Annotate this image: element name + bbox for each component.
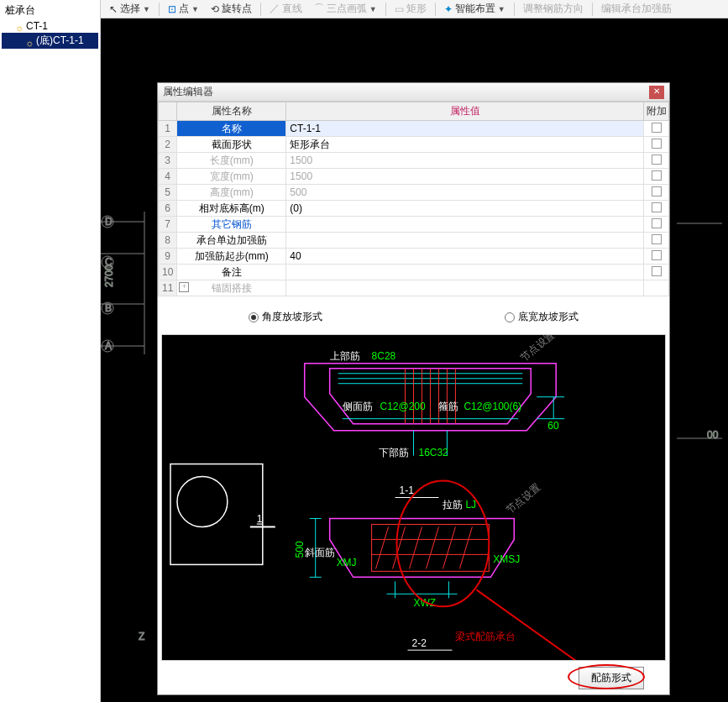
- diagram-svg: 上部筋 8C28 侧面筋 C12@200 箍筋 C12@100(6) 下部筋 1…: [162, 335, 665, 660]
- adjust-rebar-tool[interactable]: 调整钢筋方向: [518, 0, 589, 18]
- rotate-point-tool[interactable]: ⟲旋转点: [206, 0, 257, 18]
- rect-icon: ▭: [395, 3, 404, 15]
- chevron-down-icon: ▼: [498, 5, 505, 13]
- svg-text:B: B: [105, 302, 112, 314]
- tree-item-ct11[interactable]: (底)CT-1-1: [2, 33, 98, 49]
- line-tool[interactable]: ／直线: [264, 0, 307, 18]
- row-number: 5: [159, 185, 177, 201]
- property-add-checkbox[interactable]: [644, 201, 669, 217]
- property-editor-dialog: 属性编辑器 ✕ 属性名称 属性值 附加 1名称CT-1-12截面形状矩形承台3长…: [157, 82, 670, 695]
- property-add-checkbox[interactable]: [644, 233, 669, 249]
- property-value[interactable]: [286, 217, 644, 233]
- property-row[interactable]: 7其它钢筋: [159, 217, 669, 233]
- row-number: 2: [159, 137, 177, 153]
- property-add-checkbox[interactable]: [644, 169, 669, 185]
- chevron-down-icon: ▼: [143, 5, 150, 13]
- property-row[interactable]: 11锚固搭接: [159, 280, 669, 296]
- property-row[interactable]: 3长度(mm)1500: [159, 153, 669, 169]
- tree-root[interactable]: 桩承台: [2, 2, 98, 19]
- line-icon: ／: [270, 2, 280, 16]
- property-add-checkbox[interactable]: [644, 153, 669, 169]
- property-value[interactable]: [286, 233, 644, 249]
- svg-text:XMJ: XMJ: [337, 557, 357, 568]
- tree-item-label: (底)CT-1-1: [36, 34, 84, 48]
- property-value[interactable]: [286, 265, 644, 280]
- property-add-checkbox[interactable]: [644, 185, 669, 201]
- property-value[interactable]: 1500: [286, 169, 644, 185]
- tree-item-ct1[interactable]: CT-1: [2, 19, 98, 33]
- sun-icon: [25, 37, 34, 45]
- edit-strengthen-tool[interactable]: 编辑承台加强筋: [596, 0, 677, 18]
- arc-tool[interactable]: ⌒三点画弧▼: [309, 0, 382, 18]
- property-add-checkbox[interactable]: [644, 121, 669, 137]
- svg-text:拉筋: 拉筋: [443, 499, 463, 511]
- close-icon[interactable]: ✕: [649, 86, 664, 99]
- property-key: 相对底标高(m): [177, 201, 286, 217]
- property-value[interactable]: 1500: [286, 153, 644, 169]
- property-value[interactable]: 矩形承台: [286, 137, 644, 153]
- checkbox-icon: [652, 139, 662, 149]
- radio-icon: [249, 312, 259, 322]
- property-row[interactable]: 8承台单边加强筋: [159, 233, 669, 249]
- row-number: 1: [159, 121, 177, 137]
- property-add-checkbox[interactable]: [644, 280, 669, 296]
- svg-line-54: [426, 526, 438, 568]
- property-row[interactable]: 6相对底标高(m)(0): [159, 201, 669, 217]
- callout-ellipse-button: [568, 664, 645, 689]
- property-row[interactable]: 5高度(mm)500: [159, 185, 669, 201]
- property-value[interactable]: CT-1-1: [286, 121, 644, 137]
- svg-text:8C28: 8C28: [372, 350, 396, 362]
- dialog-titlebar[interactable]: 属性编辑器 ✕: [158, 83, 669, 102]
- point-icon: ⊡: [168, 3, 176, 15]
- row-number: 10: [159, 265, 177, 280]
- property-key: 其它钢筋: [177, 217, 286, 233]
- rect-tool[interactable]: ▭矩形: [390, 0, 432, 18]
- property-key: 长度(mm): [177, 153, 286, 169]
- property-row[interactable]: 4宽度(mm)1500: [159, 169, 669, 185]
- row-number: 6: [159, 201, 177, 217]
- separator: [514, 3, 515, 16]
- svg-text:节点设置: 节点设置: [504, 481, 542, 516]
- property-table: 属性名称 属性值 附加 1名称CT-1-12截面形状矩形承台3长度(mm)150…: [158, 102, 669, 296]
- separator: [260, 3, 261, 16]
- svg-line-56: [459, 526, 472, 568]
- radio-width-slope[interactable]: 底宽放坡形式: [505, 310, 579, 324]
- checkbox-icon: [652, 170, 662, 181]
- select-tool[interactable]: ↖选择▼: [104, 0, 155, 18]
- svg-text:60: 60: [547, 420, 559, 432]
- svg-text:2700: 2700: [103, 265, 115, 287]
- property-row[interactable]: 9加强筋起步(mm)40: [159, 249, 669, 265]
- row-number: 9: [159, 249, 177, 265]
- property-value[interactable]: (0): [286, 201, 644, 217]
- svg-text:1-1: 1-1: [400, 485, 415, 496]
- top-toolbar: ↖选择▼ ⊡点▼ ⟲旋转点 ／直线 ⌒三点画弧▼ ▭矩形 ✦智能布置▼ 调整钢筋…: [101, 0, 728, 18]
- property-add-checkbox[interactable]: [644, 249, 669, 265]
- row-number: 3: [159, 153, 177, 169]
- svg-text:C12@200: C12@200: [380, 401, 426, 412]
- svg-text:A: A: [105, 340, 112, 352]
- row-number: 11: [159, 280, 177, 296]
- property-row[interactable]: 2截面形状矩形承台: [159, 137, 669, 153]
- point-tool[interactable]: ⊡点▼: [163, 0, 204, 18]
- property-add-checkbox[interactable]: [644, 217, 669, 233]
- col-name: 属性名称: [177, 102, 286, 121]
- separator: [435, 3, 436, 16]
- svg-text:XMSJ: XMSJ: [493, 553, 520, 565]
- radio-angle-slope[interactable]: 角度放坡形式: [249, 310, 322, 324]
- property-key: 截面形状: [177, 137, 286, 153]
- property-value[interactable]: [286, 280, 644, 296]
- svg-rect-44: [170, 464, 263, 565]
- property-add-checkbox[interactable]: [644, 265, 669, 280]
- checkbox-icon: [652, 218, 662, 228]
- property-row[interactable]: 10备注: [159, 265, 669, 280]
- svg-text:节点设置: 节点设置: [518, 335, 557, 364]
- smart-layout-tool[interactable]: ✦智能布置▼: [439, 0, 511, 18]
- property-row[interactable]: 1名称CT-1-1: [159, 121, 669, 137]
- checkbox-icon: [652, 123, 662, 133]
- property-value[interactable]: 500: [286, 185, 644, 201]
- property-key: 加强筋起步(mm): [177, 249, 286, 265]
- property-add-checkbox[interactable]: [644, 137, 669, 153]
- property-value[interactable]: 40: [286, 249, 644, 265]
- radio-label: 角度放坡形式: [262, 310, 322, 324]
- separator: [385, 3, 386, 16]
